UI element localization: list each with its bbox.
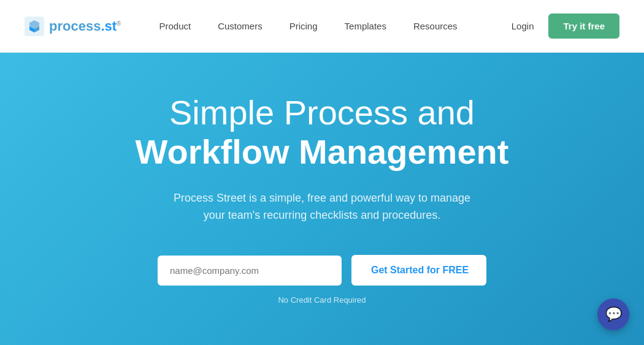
logo-text: process.st® (49, 18, 121, 34)
hero-cta: Get Started for FREE (158, 255, 486, 286)
try-it-free-button[interactable]: Try it free (548, 13, 619, 39)
hero-title: Simple Process and Workflow Management (136, 93, 509, 172)
nav-item-resources[interactable]: Resources (400, 0, 471, 53)
nav-item-customers[interactable]: Customers (204, 0, 276, 53)
no-cc-text: No Credit Card Required (278, 295, 366, 305)
hero-section: Simple Process and Workflow Management P… (0, 53, 644, 345)
get-started-button[interactable]: Get Started for FREE (351, 255, 486, 286)
login-link[interactable]: Login (512, 21, 534, 31)
header: process.st® Product Customers Pricing Te… (0, 0, 644, 53)
chat-icon: 💬 (605, 306, 622, 322)
hero-subtitle: Process Street is a simple, free and pow… (163, 189, 481, 225)
main-nav: Product Customers Pricing Templates Reso… (145, 0, 511, 53)
nav-item-pricing[interactable]: Pricing (276, 0, 331, 53)
email-input[interactable] (158, 256, 342, 286)
nav-item-templates[interactable]: Templates (331, 0, 400, 53)
logo-icon (25, 17, 44, 36)
nav-item-product[interactable]: Product (145, 0, 204, 53)
header-right: Login Try it free (512, 13, 619, 39)
chat-bubble[interactable]: 💬 (597, 298, 629, 330)
logo[interactable]: process.st® (25, 17, 121, 36)
